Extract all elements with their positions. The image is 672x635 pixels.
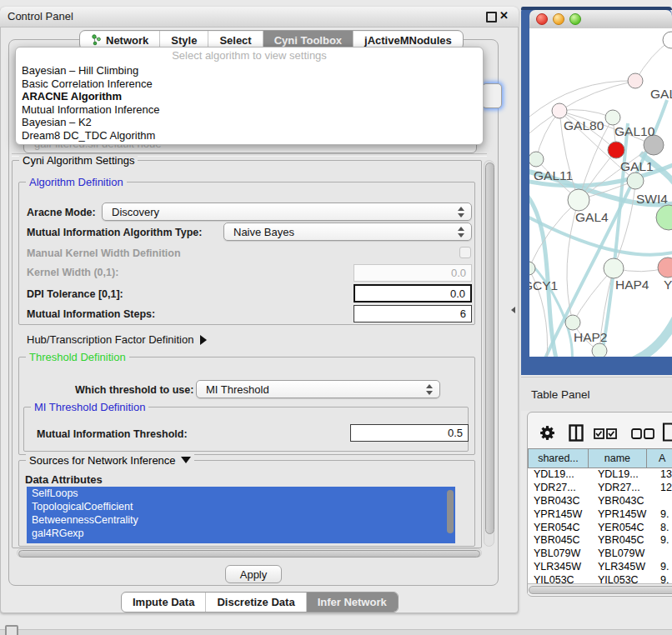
dpi-tolerance-label: DPI Tolerance [0,1]: [27,288,123,300]
network-window-frame[interactable]: GALGAL80GAL10GAL1GAL11SWI4GAL4GCY1HAP4YH… [521,7,672,375]
sources-title[interactable]: Sources for Network Inference [26,454,194,467]
deselect-all-columns-button[interactable] [631,428,654,442]
algorithm-option[interactable]: Bayesian – K2 [16,116,483,129]
control-panel-titlebar[interactable]: Control Panel ✕ [0,7,519,28]
network-edge[interactable] [559,81,635,111]
network-node[interactable] [568,189,589,211]
export-table-button[interactable] [662,422,672,445]
close-panel-icon[interactable]: ✕ [499,9,509,22]
table-cell: YDL19... [528,468,592,482]
algorithm-option[interactable]: Bayesian – Hill Climbing [16,64,483,78]
tab-infer-network[interactable]: Infer Network [306,592,398,612]
table-row[interactable]: YPR145WYPR145W9. [528,508,672,522]
table-row[interactable]: YDL19...YDL19...13 [528,468,672,482]
collapse-down-icon [181,457,191,463]
network-node[interactable] [628,73,643,88]
float-window-icon[interactable] [486,12,497,22]
network-node[interactable] [605,110,620,125]
which-threshold-label: Which threshold to use: [75,384,193,396]
algorithm-option[interactable]: ARACNE Algorithm [16,90,483,103]
column-header-name[interactable]: name [589,448,647,468]
algorithm-option[interactable]: Dream8 DC_TDC Algorithm [16,129,483,142]
hub-definition-toggle[interactable]: Hub/Transcription Factor Definition [27,333,207,346]
table-row[interactable]: YBR045CYBR045C9. [528,534,672,548]
list-scrollbar-thumb[interactable] [447,490,454,533]
kernel-width-field[interactable]: 0.0 [354,264,472,282]
horizontal-scrollbar-thumb[interactable] [18,550,480,558]
network-node[interactable] [627,172,644,189]
table-cell: 13 [657,468,672,482]
network-canvas-svg[interactable]: GALGAL80GAL10GAL1GAL11SWI4GAL4GCY1HAP4YH… [529,28,672,357]
attr-items: SelfLoopsTopologicalCoefficientBetweenne… [27,487,455,540]
attribute-list-item[interactable]: SelfLoops [27,487,455,500]
control-panel-title: Control Panel [8,10,73,22]
network-node[interactable] [604,258,624,278]
panel-horizontal-scrollbar[interactable] [17,548,482,558]
expand-right-icon [200,335,207,345]
close-traffic-light[interactable] [536,13,548,25]
file-icon [662,422,672,442]
table-row[interactable]: YBR043CYBR043C [528,495,672,508]
network-edge[interactable] [536,111,559,159]
network-node[interactable] [529,262,535,275]
network-edge-highlighted[interactable] [632,317,672,357]
table-cell: YBR045C [528,534,592,548]
splitter-collapse-arrow[interactable] [511,307,515,313]
dpi-tolerance-field[interactable]: 0.0 [354,284,472,302]
network-node[interactable] [656,205,672,230]
minimized-frame-icon[interactable] [5,625,18,635]
network-node[interactable] [663,32,672,48]
attribute-list-item[interactable]: gal4RGexp [27,527,455,540]
tab-discretize-data[interactable]: Discretize Data [205,592,305,612]
table-row[interactable]: YLR345WYLR345W9. [528,561,672,574]
network-node[interactable] [592,343,607,357]
network-node[interactable] [552,103,567,118]
network-node-label: GAL1 [620,159,654,173]
data-attributes-list[interactable]: SelfLoopsTopologicalCoefficientBetweenne… [27,487,455,543]
network-node[interactable] [565,315,580,330]
algorithm-option[interactable]: Basic Correlation Inference [16,78,483,91]
column-header-partial[interactable]: A [647,448,672,468]
show-columns-button[interactable] [569,424,584,445]
cyni-bottom-tabbar: Impute Data Discretize Data Infer Networ… [121,592,399,612]
aracne-mode-combo[interactable]: Discovery [102,202,472,221]
table-row[interactable]: YIL053CYIL053C9. [528,574,672,583]
network-node[interactable] [529,152,544,167]
manual-kernel-width-checkbox[interactable] [459,247,471,258]
table-horizontal-scrollbar[interactable] [528,583,672,594]
select-all-columns-button[interactable] [594,428,617,442]
table-cell: YBL079W [528,548,592,561]
attribute-list-item[interactable]: BetweennessCentrality [27,513,455,527]
network-canvas[interactable]: GALGAL80GAL10GAL1GAL11SWI4GAL4GCY1HAP4YH… [529,28,672,357]
table-cell: 9. [657,508,672,522]
which-threshold-combo[interactable]: MI Threshold [196,380,440,398]
mi-algorithm-type-combo[interactable]: Naive Bayes [223,222,472,241]
tab-impute-data[interactable]: Impute Data [122,592,205,612]
vertical-scrollbar-thumb[interactable] [485,162,494,534]
mi-steps-field[interactable]: 6 [354,305,472,322]
aracne-mode-value: Discovery [112,206,159,218]
table-row[interactable]: YDR27...YDR27...12 [528,482,672,495]
panel-vertical-scrollbar[interactable] [484,160,494,547]
apply-button[interactable]: Apply [225,565,282,583]
table-settings-button[interactable] [539,424,556,445]
network-node[interactable] [658,258,672,278]
inference-algorithm-combo-partial[interactable] [482,83,502,108]
table-cell: YIL053C [528,574,592,583]
network-edge[interactable] [529,81,635,117]
zoom-traffic-light[interactable] [569,13,581,25]
algorithm-option[interactable]: Mutual Information Inference [16,103,483,117]
table-cell: YLR345W [528,561,592,574]
bottom-strip [0,629,672,635]
table-cell: YBR043C [528,495,592,508]
table-row[interactable]: YER054CYER054C8. [528,522,672,535]
column-header-shared-name[interactable]: shared... [528,448,589,468]
table-scrollbar-thumb[interactable] [529,586,672,594]
network-window-titlebar[interactable] [529,10,672,29]
mi-threshold-field[interactable]: 0.5 [350,424,469,442]
attribute-list-item[interactable]: TopologicalCoefficient [27,500,455,513]
table-row[interactable]: YBL079WYBL079W [528,548,672,561]
network-node[interactable] [608,142,624,158]
minimize-traffic-light[interactable] [553,13,564,25]
columns-icon [569,424,584,442]
